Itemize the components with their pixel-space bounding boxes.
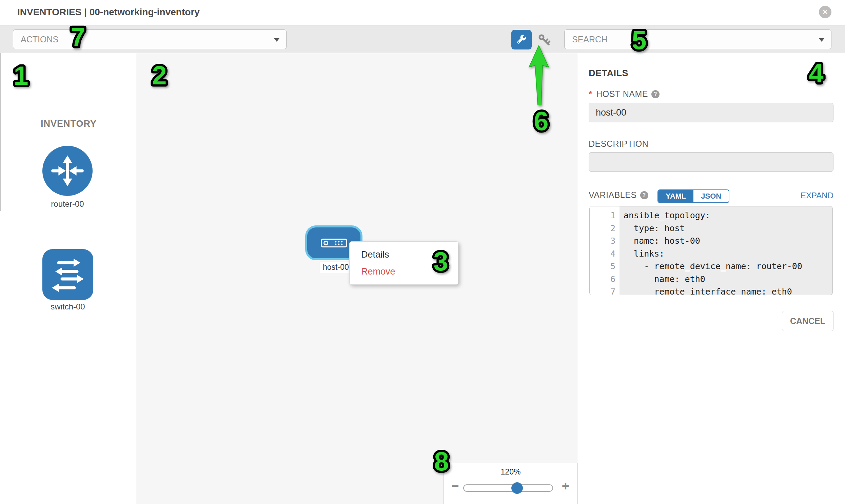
router-icon: [42, 145, 92, 196]
tools-button[interactable]: [511, 30, 532, 50]
code-line: 7 remote_interface_name: eth0: [590, 285, 832, 295]
context-menu: Details Remove: [349, 241, 458, 285]
zoom-level-value: 120%: [444, 467, 578, 476]
line-text: - remote_device_name: router-00: [619, 260, 802, 273]
variables-code-editor[interactable]: 1 ansible_topology: 2 type: host 3 name:…: [589, 206, 833, 295]
line-text: name: host-00: [619, 235, 700, 248]
context-menu-remove[interactable]: Remove: [350, 263, 458, 280]
actions-dropdown-label: ACTIONS: [21, 35, 58, 44]
zoom-in-button[interactable]: +: [562, 479, 569, 493]
search-dropdown-label: SEARCH: [572, 35, 607, 44]
sidebar-scroll-strip: [0, 53, 1, 211]
description-label: DESCRIPTION: [589, 139, 648, 149]
tab-json[interactable]: JSON: [693, 190, 729, 202]
host-name-label-row: * HOST NAME ?: [589, 89, 659, 99]
wrench-icon: [515, 33, 528, 47]
line-text: name: eth0: [619, 273, 705, 286]
line-text: remote_interface_name: eth0: [619, 285, 792, 295]
code-line: 2 type: host: [590, 222, 832, 235]
description-field[interactable]: [589, 152, 833, 172]
question-circle-icon[interactable]: ?: [640, 191, 648, 199]
code-line: 1 ansible_topology:: [590, 209, 832, 222]
key-icon: [538, 34, 552, 47]
question-glyph: ?: [642, 192, 646, 198]
line-text: ansible_topology:: [619, 209, 710, 222]
topology-canvas[interactable]: host-00 Details Remove 120% − +: [136, 53, 578, 504]
search-dropdown[interactable]: SEARCH: [564, 30, 831, 49]
inventory-sidebar: INVENTORY router-00: [0, 53, 136, 504]
sidebar-item-router-label: router-00: [34, 199, 101, 209]
zoom-out-button[interactable]: −: [451, 479, 459, 493]
variables-label-row: VARIABLES ?: [589, 190, 648, 200]
line-text: type: host: [619, 222, 685, 235]
required-asterisk: *: [589, 89, 592, 99]
page-title: INVENTORIES | 00-networking-inventory: [17, 7, 200, 18]
variables-label: VARIABLES: [589, 190, 637, 200]
description-label-row: DESCRIPTION: [589, 139, 648, 149]
tab-yaml[interactable]: YAML: [658, 190, 693, 202]
close-x-glyph: ✕: [823, 8, 828, 16]
sidebar-item-switch[interactable]: [42, 249, 93, 300]
sidebar-item-router[interactable]: [42, 146, 92, 196]
actions-dropdown[interactable]: ACTIONS: [13, 30, 286, 49]
code-line: 5 - remote_device_name: router-00: [590, 260, 832, 273]
cancel-button-label: CANCEL: [790, 316, 825, 326]
question-glyph: ?: [654, 91, 657, 97]
chevron-down-icon: [274, 38, 279, 42]
zoom-slider[interactable]: [463, 484, 553, 492]
host-name-field[interactable]: [589, 103, 833, 122]
host-name-label: HOST NAME: [596, 89, 648, 99]
details-panel: DETAILS * HOST NAME ? DESCRIPTION VARIAB…: [578, 53, 845, 504]
zoom-slider-thumb[interactable]: [511, 482, 523, 494]
inventory-topology-page: INVENTORIES | 00-networking-inventory ✕ …: [0, 0, 845, 504]
code-line: 6 name: eth0: [590, 273, 832, 286]
toolbar: ACTIONS: [0, 25, 845, 53]
host-node-label: host-00: [320, 262, 352, 273]
line-text: links:: [619, 248, 664, 260]
code-line: 3 name: host-00: [590, 235, 832, 248]
question-circle-icon[interactable]: ?: [651, 90, 659, 98]
key-button[interactable]: [538, 34, 552, 47]
switch-icon: [42, 249, 93, 300]
variables-format-toggle: YAML JSON: [657, 190, 729, 203]
sidebar-item-switch-label: switch-00: [34, 302, 102, 311]
zoom-control-panel: 120% − +: [443, 463, 578, 504]
close-icon[interactable]: ✕: [819, 6, 831, 18]
chevron-down-icon: [819, 38, 824, 42]
line-number: 7: [590, 283, 619, 295]
host-icon: [321, 239, 347, 248]
sidebar-heading: INVENTORY: [41, 119, 96, 129]
cancel-button[interactable]: CANCEL: [782, 311, 833, 331]
details-heading: DETAILS: [589, 68, 628, 79]
expand-link[interactable]: EXPAND: [800, 191, 833, 200]
context-menu-details[interactable]: Details: [350, 246, 458, 263]
page-header: INVENTORIES | 00-networking-inventory ✕: [0, 0, 845, 25]
code-line: 4 links:: [590, 248, 832, 260]
